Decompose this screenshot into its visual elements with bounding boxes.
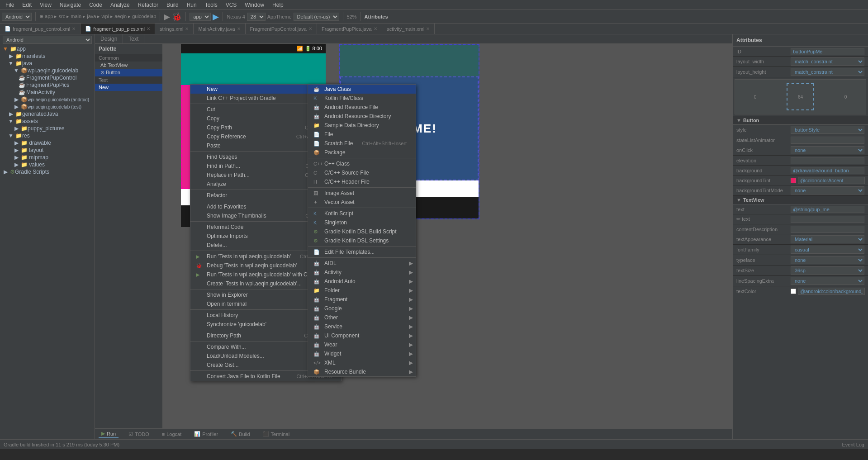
new-android-auto[interactable]: 🤖 Android Auto ▶ <box>308 277 416 286</box>
new-resource-bundle[interactable]: 📦 Resource Bundle ▶ <box>308 367 416 376</box>
new-android-resource-file[interactable]: 🤖 Android Resource File <box>308 103 416 112</box>
bottom-build[interactable]: 🔨 Build <box>228 430 252 438</box>
attr-state-input[interactable] <box>791 137 864 144</box>
textview-section[interactable]: ▼ TextView <box>733 196 868 204</box>
tree-generated-java[interactable]: ▶ 📁 generatedJava <box>0 110 95 118</box>
tree-drawable[interactable]: ▶ 📁 drawable <box>0 139 95 147</box>
new-other[interactable]: 🤖 Other ▶ <box>308 313 416 322</box>
attr-onclick-select[interactable]: none <box>791 146 864 154</box>
attr-text-edit-input[interactable] <box>791 216 864 223</box>
tree-fragment-pup-pics[interactable]: ☕ FragmentPupPics <box>0 81 95 89</box>
bottom-todo[interactable]: ☑ TODO <box>126 430 152 438</box>
tree-layout[interactable]: ▶ 📁 layout <box>0 147 95 154</box>
attr-textappearance-select[interactable]: Material <box>791 235 864 243</box>
menu-run[interactable]: Run <box>183 1 200 9</box>
new-cpp-header[interactable]: H C/C++ Header File <box>308 177 416 186</box>
menu-code[interactable]: Code <box>85 1 106 9</box>
new-google[interactable]: 🤖 Google ▶ <box>308 304 416 313</box>
tree-res[interactable]: ▼ 📁 res <box>0 132 95 139</box>
palette-button[interactable]: ⊙ Button <box>95 69 162 76</box>
run-config-select[interactable]: app <box>190 13 211 21</box>
attr-textsize-select[interactable]: 36sp <box>791 266 864 275</box>
new-edit-templates[interactable]: 📄 Edit File Templates... <box>308 247 416 256</box>
new-singleton[interactable]: K Singleton <box>308 218 416 227</box>
run-button[interactable]: ▶ <box>164 12 170 22</box>
tree-manifests[interactable]: ▶ 📁 manifests <box>0 52 95 60</box>
tree-fragment-pup-control[interactable]: ☕ FragmentPupControl <box>0 74 95 81</box>
tab-close-6[interactable]: ✕ <box>374 26 377 31</box>
bottom-run[interactable]: ▶ Run <box>99 430 119 438</box>
palette-textview[interactable]: Ab TextView <box>95 62 162 69</box>
tab-text[interactable]: Text <box>123 34 144 43</box>
new-android-resource-dir[interactable]: 🤖 Android Resource Directory <box>308 112 416 121</box>
new-aidl[interactable]: 🤖 AIDL ▶ <box>308 259 416 268</box>
new-widget[interactable]: 🤖 Widget ▶ <box>308 349 416 358</box>
attr-layout-width-select[interactable]: match_constraint <box>791 57 864 66</box>
menu-window[interactable]: Window <box>241 1 268 9</box>
tree-java[interactable]: ▼ 📁 java <box>0 60 95 67</box>
attr-id-input[interactable] <box>791 48 864 55</box>
menu-vcs[interactable]: VCS <box>222 1 241 9</box>
new-scratch-file[interactable]: 📄 Scratch File Ctrl+Alt+Shift+Insert <box>308 139 416 148</box>
attr-layout-height-select[interactable]: match_constraint <box>791 68 864 76</box>
tab-strings[interactable]: strings.xml ✕ <box>155 24 194 34</box>
attr-background-input[interactable] <box>791 167 864 174</box>
menu-analyze[interactable]: Analyze <box>107 1 133 9</box>
new-xml[interactable]: </> XML ▶ <box>308 358 416 367</box>
menu-view[interactable]: View <box>36 1 55 9</box>
api-select[interactable]: 28 <box>247 13 266 21</box>
menu-tools[interactable]: Tools <box>201 1 221 9</box>
tree-puppy-pictures[interactable]: ▶ 📁 puppy_pictures <box>0 125 95 132</box>
tree-mainactivity[interactable]: ☕ MainActivity <box>0 89 95 96</box>
attr-contentdesc-input[interactable] <box>791 226 864 233</box>
new-sample-data-dir[interactable]: 📁 Sample Data Directory <box>308 121 416 130</box>
tree-android-test[interactable]: ▶ 📦 wpi.aeqin.guicodelab (android) <box>0 96 95 103</box>
attr-elevation-input[interactable] <box>791 157 864 164</box>
palette-new[interactable]: New <box>95 84 162 91</box>
bottom-profiler[interactable]: 📊 Profiler <box>191 430 221 438</box>
new-ui-component[interactable]: 🤖 UI Component ▶ <box>308 331 416 340</box>
new-vector-asset[interactable]: ✦ Vector Asset <box>308 198 416 207</box>
menu-navigate[interactable]: Navigate <box>56 1 85 9</box>
attr-bgtintmode-select[interactable]: none <box>791 186 864 194</box>
new-wear[interactable]: 🤖 Wear ▶ <box>308 340 416 349</box>
attr-style-select[interactable]: buttonStyle <box>791 126 864 134</box>
tab-activity-main[interactable]: activity_main.xml ✕ <box>382 24 435 34</box>
bottom-terminal[interactable]: ⬛ Terminal <box>260 430 293 438</box>
menu-file[interactable]: File <box>2 1 18 9</box>
new-image-asset[interactable]: 🖼 Image Asset <box>308 189 416 198</box>
attr-linespacing-select[interactable]: none <box>791 277 864 285</box>
new-gradle-kotlin-build[interactable]: ⚙ Gradle Kotlin DSL Build Script <box>308 227 416 236</box>
new-kotlin-script[interactable]: K Kotlin Script <box>308 209 416 218</box>
new-java-class[interactable]: ☕ Java Class <box>308 85 416 94</box>
tab-design[interactable]: Design <box>95 34 123 43</box>
attr-text-input[interactable] <box>791 206 864 213</box>
tab-close-5[interactable]: ✕ <box>308 26 312 31</box>
menu-build[interactable]: Build <box>163 1 182 9</box>
tab-mainactivity[interactable]: MainActivity.java ✕ <box>194 24 245 34</box>
attr-fontfamily-select[interactable]: casual <box>791 246 864 254</box>
tree-app[interactable]: ▼ 📁 app <box>0 45 95 52</box>
event-log-label[interactable]: Event Log <box>842 442 864 447</box>
new-package[interactable]: 📦 Package <box>308 148 416 157</box>
project-view-select[interactable]: Android <box>3 36 92 44</box>
new-kotlin-class[interactable]: K Kotlin File/Class <box>308 94 416 103</box>
menu-help[interactable]: Help <box>269 1 287 9</box>
tab-fragment-pup-control[interactable]: 📄 fragment_pup_control.xml ✕ <box>0 24 81 34</box>
tab-close-7[interactable]: ✕ <box>426 26 430 31</box>
debug-button[interactable]: 🐞 <box>172 12 182 22</box>
new-gradle-kotlin-settings[interactable]: ⚙ Gradle Kotlin DSL Settings <box>308 236 416 245</box>
button-section[interactable]: ▼ Button <box>733 116 868 125</box>
tab-close-2[interactable]: ✕ <box>147 26 150 31</box>
android-select[interactable]: Android <box>2 13 32 21</box>
tab-close-4[interactable]: ✕ <box>237 26 241 31</box>
tree-assets[interactable]: ▼ 📁 assets <box>0 118 95 125</box>
tab-fragment-pup-pics[interactable]: 📄 fragment_pup_pics.xml ✕ <box>81 24 155 34</box>
tree-values[interactable]: ▶ 📁 values <box>0 161 95 168</box>
tree-test[interactable]: ▶ 📦 wpi.aeqin.guicodelab (test) <box>0 103 95 110</box>
new-cpp-class[interactable]: C++ C++ Class <box>308 159 416 168</box>
attr-typeface-select[interactable]: none <box>791 256 864 264</box>
run-green-button[interactable]: ▶ <box>213 12 219 22</box>
tab-close-1[interactable]: ✕ <box>72 26 76 31</box>
locale-select[interactable]: Default (en-us) <box>294 13 339 21</box>
